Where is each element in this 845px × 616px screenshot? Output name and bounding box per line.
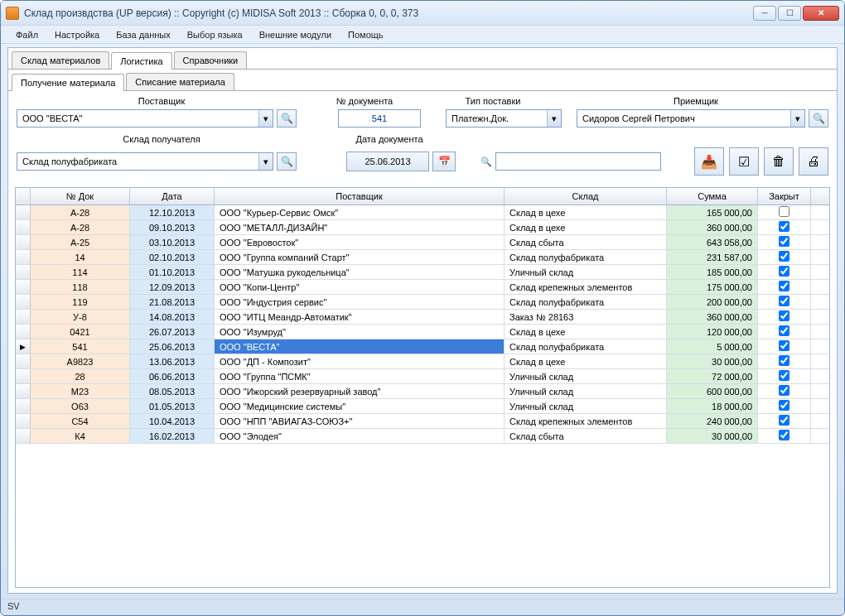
table-row[interactable]: С5410.04.2013ООО "НПП "АВИАГАЗ-СОЮЗ+"Скл…	[16, 414, 829, 429]
cell-supplier: ООО "ВЕСТА"	[215, 339, 505, 354]
table-row[interactable]: 042126.07.2013ООО "Изумруд"Склад в цехе1…	[16, 325, 829, 339]
date-button[interactable]: 25.06.2013	[346, 152, 429, 171]
cell-supplier: ООО "Медицинские системы"	[215, 399, 505, 413]
select-all-button[interactable]: ☑︎	[729, 147, 759, 176]
sklad-combo[interactable]: Склад полуфабриката ▾	[17, 152, 273, 171]
chevron-down-icon[interactable]: ▾	[547, 110, 561, 127]
cell-closed	[758, 414, 811, 428]
subtab-writeoff[interactable]: Списание материала	[126, 73, 234, 90]
col-sklad[interactable]: Склад	[505, 188, 667, 205]
table-row[interactable]: ▶54125.06.2013ООО "ВЕСТА"Склад полуфабри…	[16, 339, 829, 354]
closed-checkbox[interactable]	[779, 370, 789, 381]
closed-checkbox[interactable]	[779, 325, 789, 336]
menu-language[interactable]: Выбор языка	[181, 28, 249, 41]
import-button[interactable]: 📥	[694, 147, 724, 176]
row-indicator	[16, 354, 31, 368]
calendar-icon[interactable]: 📅	[432, 152, 456, 171]
close-button[interactable]: ✕	[803, 6, 839, 21]
titlebar[interactable]: Склад произвдства (UP версия) :: Copyrig…	[1, 1, 844, 26]
table-row[interactable]: М2308.05.2013ООО "Ижорский резервуарный …	[16, 384, 829, 399]
cell-sum: 360 000,00	[667, 220, 758, 234]
search-input[interactable]	[495, 152, 661, 171]
cell-date: 09.10.2013	[130, 220, 215, 234]
table-row[interactable]: 11401.10.2013ООО "Матушка рукодельница"У…	[16, 265, 829, 280]
supply-type-combo[interactable]: Платежн.Док. ▾	[446, 109, 562, 128]
cell-sum: 165 000,00	[667, 205, 758, 219]
col-doc[interactable]: № Док	[31, 188, 130, 205]
table-row[interactable]: А-2812.10.2013ООО "Курьер-Сервис Омск"Ск…	[16, 205, 829, 220]
sklad-value: Склад полуфабриката	[17, 156, 258, 166]
supplier-lookup-button[interactable]: 🔍	[277, 109, 297, 128]
grid: № Док Дата Поставщик Склад Сумма Закрыт …	[15, 187, 830, 588]
receiver-combo[interactable]: Сидоров Сергей Петрович ▾	[577, 109, 805, 128]
minimize-button[interactable]: ─	[753, 6, 776, 21]
table-row[interactable]: О6301.05.2013ООО "Медицинские системы"Ул…	[16, 399, 829, 414]
closed-checkbox[interactable]	[779, 266, 789, 277]
cell-doc: С54	[31, 414, 130, 428]
chevron-down-icon[interactable]: ▾	[258, 110, 273, 127]
closed-checkbox[interactable]	[779, 281, 789, 291]
subtab-receive[interactable]: Получение материала	[12, 74, 124, 91]
col-closed[interactable]: Закрыт	[758, 188, 811, 205]
row-indicator	[16, 310, 31, 324]
receiver-lookup-button[interactable]: 🔍	[809, 109, 828, 128]
tab-references[interactable]: Справочники	[174, 51, 248, 69]
closed-checkbox[interactable]	[779, 310, 789, 321]
table-row[interactable]: А-2809.10.2013ООО "МЕТАЛЛ-ДИЗАЙН"Склад в…	[16, 220, 829, 235]
cell-supplier: ООО "НПП "АВИАГАЗ-СОЮЗ+"	[215, 414, 505, 428]
grid-body[interactable]: А-2812.10.2013ООО "Курьер-Сервис Омск"Ск…	[16, 205, 829, 587]
cell-sklad: Уличный склад	[505, 369, 667, 383]
delete-button[interactable]: 🗑	[764, 147, 794, 176]
supplier-combo[interactable]: ООО "ВЕСТА" ▾	[17, 109, 273, 128]
table-row[interactable]: А982313.06.2013ООО "ДП - Композит"Склад …	[16, 354, 829, 369]
menu-help[interactable]: Помощь	[341, 28, 390, 41]
table-row[interactable]: 11812.09.2013ООО "Копи-Центр"Склад крепе…	[16, 280, 829, 295]
cell-closed	[758, 369, 811, 383]
menu-file[interactable]: Файл	[9, 28, 45, 41]
tab-logistics[interactable]: Логистика	[111, 52, 171, 70]
closed-checkbox[interactable]	[779, 296, 789, 306]
cell-date: 12.10.2013	[130, 205, 215, 219]
menu-external[interactable]: Внешние модули	[253, 28, 338, 41]
cell-doc: А-28	[31, 205, 130, 219]
menu-settings[interactable]: Настройка	[48, 28, 106, 41]
menubar: Файл Настройка База данных Выбор языка В…	[1, 26, 844, 44]
table-row[interactable]: К416.02.2013ООО "Элодея"Склад сбыта30 00…	[16, 429, 829, 444]
print-button[interactable]: 🖨	[799, 147, 828, 176]
cell-supplier: ООО "Индустрия сервис"	[215, 295, 505, 309]
closed-checkbox[interactable]	[779, 221, 789, 232]
table-row[interactable]: 1402.10.2013ООО "Группа компаний Старт"С…	[16, 250, 829, 265]
docnum-input[interactable]: 541	[338, 109, 421, 128]
closed-checkbox[interactable]	[779, 430, 789, 440]
cell-closed	[758, 384, 811, 398]
search-icon: 🔍	[480, 156, 492, 167]
cell-supplier: ООО "Евровосток"	[215, 235, 505, 249]
cell-doc: О63	[31, 399, 130, 413]
table-row[interactable]: У-814.08.2013ООО "ИТЦ Меандр-Автоматик"З…	[16, 310, 829, 325]
closed-checkbox[interactable]	[779, 251, 789, 262]
tab-materials[interactable]: Склад материалов	[12, 51, 109, 69]
cell-closed	[758, 280, 811, 294]
table-row[interactable]: А-2503.10.2013ООО "Евровосток"Склад сбыт…	[16, 235, 829, 250]
col-sum[interactable]: Сумма	[667, 188, 758, 205]
cell-sklad: Уличный склад	[505, 399, 667, 413]
cell-sum: 360 000,00	[667, 310, 758, 324]
col-date[interactable]: Дата	[130, 188, 215, 205]
col-supplier[interactable]: Поставщик	[215, 188, 505, 205]
closed-checkbox[interactable]	[779, 355, 789, 366]
closed-checkbox[interactable]	[779, 415, 789, 426]
closed-checkbox[interactable]	[779, 236, 789, 247]
closed-checkbox[interactable]	[779, 206, 789, 217]
chevron-down-icon[interactable]: ▾	[258, 153, 273, 170]
maximize-button[interactable]: ☐	[778, 6, 801, 21]
supplier-value: ООО "ВЕСТА"	[17, 113, 258, 123]
sklad-lookup-button[interactable]: 🔍	[277, 152, 297, 171]
table-row[interactable]: 11921.08.2013ООО "Индустрия сервис"Склад…	[16, 295, 829, 310]
chevron-down-icon[interactable]: ▾	[790, 110, 804, 127]
closed-checkbox[interactable]	[779, 340, 789, 351]
closed-checkbox[interactable]	[779, 400, 789, 411]
cell-closed	[758, 205, 811, 219]
menu-database[interactable]: База данных	[109, 28, 177, 41]
table-row[interactable]: 2806.06.2013ООО "Группа "ПСМК"Уличный ск…	[16, 369, 829, 384]
closed-checkbox[interactable]	[779, 385, 789, 396]
